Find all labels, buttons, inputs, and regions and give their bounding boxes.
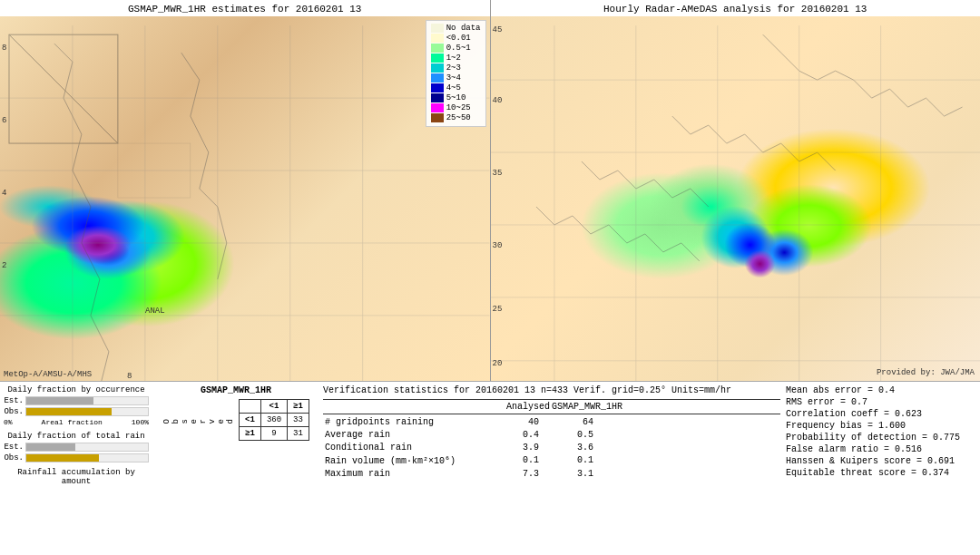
legend-item-3: 3~4 bbox=[431, 73, 481, 83]
ct-val-b: 33 bbox=[288, 414, 309, 427]
legend-item-05: 0.5~1 bbox=[431, 44, 481, 53]
left-map-grid bbox=[0, 16, 490, 381]
ct-col-ge1: ≥1 bbox=[288, 400, 309, 414]
hist-section-1: Daily fraction by occurrence Est. Obs. 0… bbox=[4, 385, 149, 426]
hist-title-2: Daily fraction of total rain bbox=[4, 432, 149, 441]
metop-label: MetOp-A/AMSU-A/MHS bbox=[4, 370, 92, 379]
stat-val1-2: 3.9 bbox=[486, 442, 541, 453]
ct-val-c: 9 bbox=[260, 427, 287, 441]
legend-color-05 bbox=[431, 44, 444, 53]
legend-label-nodata: No data bbox=[446, 24, 481, 33]
legend-color-1 bbox=[431, 54, 444, 63]
stats-header: Verification statistics for 20160201 13 … bbox=[323, 385, 780, 395]
stat-val1-4: 7.3 bbox=[486, 468, 541, 480]
contingency-panel: GSMAP_MWR_1HR Observed <1 ≥1 <1 bbox=[154, 385, 318, 551]
stat-val2-3: 0.1 bbox=[541, 454, 595, 467]
hist-bar-obs-2 bbox=[26, 454, 99, 462]
hist-obs-label-1: Obs. bbox=[4, 407, 24, 416]
legend-color-10 bbox=[431, 103, 444, 112]
legend-color-nodata bbox=[431, 24, 444, 33]
stat-val2-4: 3.1 bbox=[541, 468, 595, 480]
stats-divider2 bbox=[323, 414, 780, 414]
legend-label-2: 2~3 bbox=[446, 63, 461, 73]
legend-label-5: 5~10 bbox=[446, 93, 466, 102]
hist-bar-container-est-1 bbox=[25, 396, 149, 405]
hist-row-obs-2: Obs. bbox=[4, 453, 149, 462]
stat-val1-1: 0.4 bbox=[486, 429, 541, 441]
hist-row-obs-1: Obs. bbox=[4, 407, 149, 416]
stats-col1-header: Analysed bbox=[486, 402, 550, 412]
hist-axis-0: 0% bbox=[4, 418, 13, 426]
hist-section-2: Daily fraction of total rain Est. Obs. bbox=[4, 432, 149, 462]
stats-data-grid: # gridpoints raining 40 64 Average rain … bbox=[323, 416, 780, 480]
legend-label-1: 1~2 bbox=[446, 54, 461, 63]
ct-val-a: 360 bbox=[260, 414, 287, 427]
histogram-panel: Daily fraction by occurrence Est. Obs. 0… bbox=[4, 385, 149, 551]
left-axis-y-6: 6 bbox=[2, 116, 6, 125]
stats-col-headers: Analysed GSMAP_MWR_1HR bbox=[323, 402, 780, 412]
right-map: Hourly Radar-AMeDAS analysis for 2016020… bbox=[491, 0, 981, 381]
hist-title-1: Daily fraction by occurrence bbox=[4, 385, 149, 394]
hist-est-label-2: Est. bbox=[4, 443, 24, 452]
legend-label-4: 4~5 bbox=[446, 83, 461, 92]
right-stat-3: Frequency bias = 1.600 bbox=[786, 421, 976, 431]
stat-label-0: # gridpoints raining bbox=[323, 416, 486, 428]
ct-observed-label: Observed bbox=[162, 417, 235, 424]
stat-val2-0: 64 bbox=[541, 416, 595, 428]
legend-color-25 bbox=[431, 113, 444, 122]
left-axis-y-8: 8 bbox=[2, 44, 6, 53]
legend-item-4: 4~5 bbox=[431, 83, 481, 92]
left-map-bg: 8 6 4 2 8 ANAL bbox=[0, 16, 490, 381]
hist-bar-obs-1 bbox=[26, 408, 112, 415]
right-map-grid bbox=[491, 16, 981, 381]
right-stat-5: False alarm ratio = 0.516 bbox=[786, 444, 976, 454]
hist-bar-container-est-2 bbox=[25, 443, 149, 452]
legend-label-10: 10~25 bbox=[446, 103, 471, 112]
right-stat-4: Probability of detection = 0.775 bbox=[786, 433, 976, 443]
legend-item-1: 1~2 bbox=[431, 54, 481, 63]
legend-color-4 bbox=[431, 83, 444, 92]
legend: No data <0.01 0.5~1 1~2 2~3 3~4 bbox=[426, 20, 486, 127]
right-stats-panel: Mean abs error = 0.4 RMS error = 0.7 Cor… bbox=[786, 385, 976, 551]
stats-col2-header: GSMAP_MWR_1HR bbox=[550, 402, 622, 412]
legend-color-3 bbox=[431, 73, 444, 83]
ct-row-lt1-label: <1 bbox=[240, 414, 261, 427]
hist-row-est-2: Est. bbox=[4, 443, 149, 452]
stat-label-4: Maximum rain bbox=[323, 468, 486, 480]
hist-row-est-1: Est. bbox=[4, 396, 149, 405]
left-map-title: GSMAP_MWR_1HR estimates for 20160201 13 bbox=[0, 2, 490, 16]
stat-label-1: Average rain bbox=[323, 429, 486, 441]
legend-item-10: 10~25 bbox=[431, 103, 481, 112]
legend-label-001: <0.01 bbox=[446, 34, 471, 43]
ct-empty-cell bbox=[240, 400, 261, 414]
ct-col-lt1: <1 bbox=[260, 400, 287, 414]
hist-title-3: Rainfall accumulation by amount bbox=[4, 468, 149, 486]
hist-axis-1: 0% Areal fraction 100% bbox=[4, 418, 149, 426]
hist-bar-container-obs-2 bbox=[25, 453, 149, 462]
hist-axis-label: Areal fraction bbox=[42, 418, 103, 426]
ct-header-row: <1 ≥1 bbox=[240, 400, 309, 414]
legend-item-001: <0.01 bbox=[431, 34, 481, 43]
right-map-title: Hourly Radar-AMeDAS analysis for 2016020… bbox=[491, 2, 981, 16]
right-axis-40: 40 bbox=[493, 96, 503, 105]
stat-val1-0: 40 bbox=[486, 416, 541, 428]
stat-val2-2: 3.6 bbox=[541, 442, 595, 453]
legend-item-5: 5~10 bbox=[431, 93, 481, 102]
hist-bar-container-obs-1 bbox=[25, 407, 149, 416]
hist-bar-est-2 bbox=[26, 443, 75, 451]
right-stat-0: Mean abs error = 0.4 bbox=[786, 385, 976, 395]
right-axis-30: 30 bbox=[493, 241, 503, 250]
ct-row-ge1: ≥1 9 31 bbox=[240, 427, 309, 441]
right-axis-25: 25 bbox=[493, 305, 503, 314]
hist-obs-label-2: Obs. bbox=[4, 453, 24, 462]
stats-panel: Verification statistics for 20160201 13 … bbox=[323, 385, 780, 551]
legend-item-2: 2~3 bbox=[431, 63, 481, 73]
svg-line-9 bbox=[9, 34, 118, 143]
right-stat-6: Hanssen & Kuipers score = 0.691 bbox=[786, 456, 976, 466]
left-axis-x-8: 8 bbox=[127, 372, 132, 381]
left-axis-y-4: 4 bbox=[2, 189, 6, 198]
ct-row-ge1-label: ≥1 bbox=[240, 427, 261, 441]
right-axis-20: 20 bbox=[493, 359, 503, 368]
hist-axis-100: 100% bbox=[132, 418, 149, 426]
legend-color-001 bbox=[431, 34, 444, 43]
